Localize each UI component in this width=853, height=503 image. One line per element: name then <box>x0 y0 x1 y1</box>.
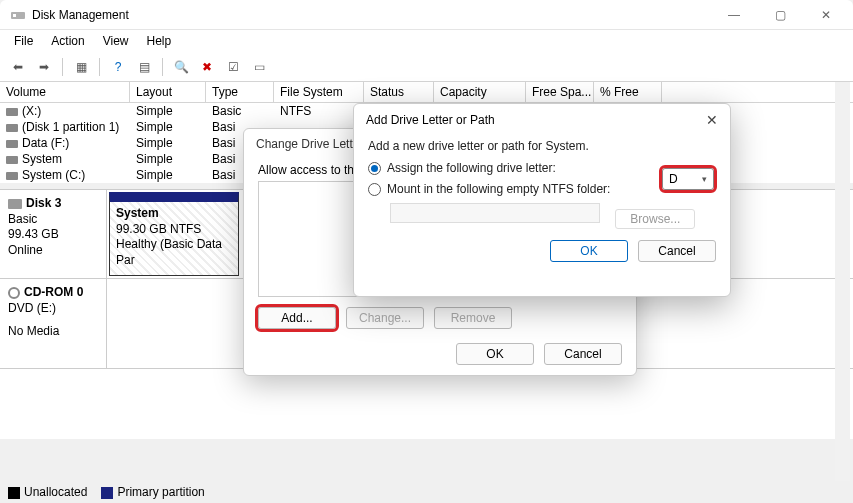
col-layout[interactable]: Layout <box>130 82 206 102</box>
forward-icon[interactable]: ➡ <box>34 57 54 77</box>
col-volume[interactable]: Volume <box>0 82 130 102</box>
add-button[interactable]: Add... <box>258 307 336 329</box>
folder-path-input <box>390 203 600 223</box>
dialog2-title: Add Drive Letter or Path <box>366 113 495 127</box>
window-title: Disk Management <box>32 8 711 22</box>
menu-bar: File Action View Help <box>0 30 853 52</box>
partition-system[interactable]: System 99.30 GB NTFS Healthy (Basic Data… <box>109 192 239 276</box>
disk-icon <box>8 199 22 209</box>
dialog2-cancel-button[interactable]: Cancel <box>638 240 716 262</box>
dialog2-message: Add a new drive letter or path for Syste… <box>368 136 716 158</box>
volume-table-header: Volume Layout Type File System Status Ca… <box>0 82 853 103</box>
dialog1-ok-button[interactable]: OK <box>456 343 534 365</box>
maximize-button[interactable]: ▢ <box>757 0 803 30</box>
delete-icon[interactable]: ✖ <box>197 57 217 77</box>
app-icon <box>10 7 26 23</box>
radio-icon <box>368 183 381 196</box>
scrollbar[interactable] <box>835 82 850 481</box>
menu-help[interactable]: Help <box>139 32 180 50</box>
change-button[interactable]: Change... <box>346 307 424 329</box>
col-capacity[interactable]: Capacity <box>434 82 526 102</box>
legend: Unallocated Primary partition <box>8 485 205 499</box>
col-freespace[interactable]: Free Spa... <box>526 82 594 102</box>
panel-icon[interactable]: ▤ <box>134 57 154 77</box>
col-pctfree[interactable]: % Free <box>594 82 662 102</box>
dialog2-ok-button[interactable]: OK <box>550 240 628 262</box>
add-drive-letter-dialog: Add Drive Letter or Path ✕ Add a new dri… <box>353 103 731 297</box>
help-icon[interactable]: ? <box>108 57 128 77</box>
grid-icon[interactable]: ▦ <box>71 57 91 77</box>
col-filesystem[interactable]: File System <box>274 82 364 102</box>
search-icon[interactable]: 🔍 <box>171 57 191 77</box>
browse-button: Browse... <box>615 209 695 229</box>
menu-view[interactable]: View <box>95 32 137 50</box>
remove-button[interactable]: Remove <box>434 307 512 329</box>
toolbar: ⬅ ➡ ▦ ? ▤ 🔍 ✖ ☑ ▭ <box>0 52 853 82</box>
close-button[interactable]: ✕ <box>803 0 849 30</box>
radio-icon <box>368 162 381 175</box>
properties-icon[interactable]: ▭ <box>249 57 269 77</box>
drive-letter-select[interactable]: D ▾ <box>662 168 714 190</box>
menu-action[interactable]: Action <box>43 32 92 50</box>
col-status[interactable]: Status <box>364 82 434 102</box>
minimize-button[interactable]: — <box>711 0 757 30</box>
chevron-down-icon: ▾ <box>702 174 707 184</box>
back-icon[interactable]: ⬅ <box>8 57 28 77</box>
title-bar: Disk Management — ▢ ✕ <box>0 0 853 30</box>
col-type[interactable]: Type <box>206 82 274 102</box>
svg-rect-1 <box>13 14 16 17</box>
cd-icon <box>8 287 20 299</box>
dialog2-close-icon[interactable]: ✕ <box>706 112 718 128</box>
check-icon[interactable]: ☑ <box>223 57 243 77</box>
menu-file[interactable]: File <box>6 32 41 50</box>
dialog1-cancel-button[interactable]: Cancel <box>544 343 622 365</box>
